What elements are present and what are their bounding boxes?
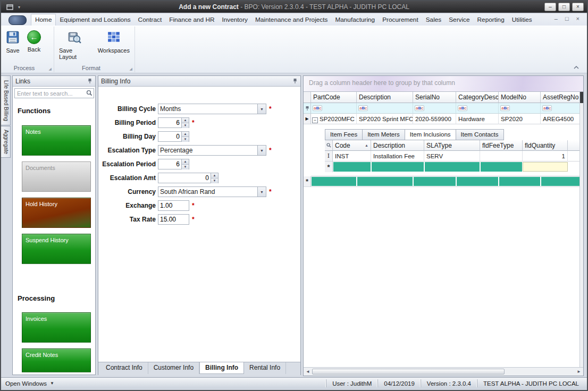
spin-up-icon[interactable]: ▲ [211, 173, 218, 178]
detail-column-fldquantity[interactable]: fldQuantity [523, 140, 568, 151]
ribbon-tab-manufacturing[interactable]: Manufacturing [331, 14, 379, 26]
detail-cell-fldquantity[interactable]: 1 [523, 151, 568, 162]
ribbon-tab-procurement[interactable]: Procurement [379, 14, 422, 26]
escalation-amt-spinner[interactable]: ▲▼ [158, 173, 219, 183]
workspaces-button[interactable]: Workspaces [95, 28, 132, 60]
detail-new-cell-code[interactable] [333, 162, 371, 172]
application-menu-button[interactable] [9, 15, 27, 25]
detail-tab-item-inclusions[interactable]: Item Inclusions [405, 129, 456, 140]
grid-data-row[interactable]: ▶ −SP2020MFC SP2020 Sprint MFC 2020-5599… [304, 114, 580, 124]
new-cell-description[interactable] [357, 177, 413, 186]
credit-notes-button[interactable]: Credit Notes [22, 348, 91, 372]
side-tab-life-based-billing[interactable]: Life Based Billing [1, 75, 11, 125]
column-header-partcode[interactable]: PartCode [311, 92, 357, 103]
tax-rate-input[interactable] [158, 214, 189, 225]
vertical-scrollbar[interactable] [579, 92, 583, 367]
invoices-button[interactable]: Invoices [22, 312, 91, 343]
back-button[interactable]: ← Back [24, 28, 44, 54]
billing-cycle-dropdown-arrow-icon[interactable]: ▼ [257, 104, 266, 114]
column-header-serialno[interactable]: SerialNo [413, 92, 456, 103]
group-by-panel[interactable]: Drag a column header here to group by th… [304, 76, 583, 92]
currency-dropdown-arrow-icon[interactable]: ▼ [257, 187, 266, 197]
open-windows-button[interactable]: Open Windows ▼ [5, 380, 54, 387]
ribbon-tab-maintenance-and-projects[interactable]: Maintenance and Projects [251, 14, 331, 26]
detail-tab-item-contacts[interactable]: Item Contacts [456, 129, 504, 140]
ribbon-tab-home[interactable]: Home [31, 14, 56, 26]
format-dialog-launcher-icon[interactable]: ◢ [130, 67, 132, 71]
column-header-modelno[interactable]: ModelNo [499, 92, 541, 103]
process-dialog-launcher-icon[interactable]: ◢ [49, 67, 52, 71]
cell-serialno[interactable]: 2020-559900 [413, 114, 456, 124]
detail-tab-item-meters[interactable]: Item Meters [362, 129, 405, 140]
filter-cell-description[interactable]: aBc [357, 103, 413, 114]
escalation-period-spinner[interactable]: ▲▼ [158, 159, 189, 169]
save-button[interactable]: Save [3, 28, 22, 54]
detail-search-icon[interactable] [325, 140, 333, 151]
tab-billing-info[interactable]: Billing Info [199, 362, 244, 374]
cell-assetregno[interactable]: AREG4500 [541, 114, 580, 124]
ribbon-tab-utilities[interactable]: Utilities [508, 14, 536, 26]
ribbon-tab-service[interactable]: Service [445, 14, 473, 26]
scroll-left-icon[interactable]: ◄ [304, 368, 312, 376]
detail-column-slatype[interactable]: SLAType [424, 140, 480, 151]
collapse-detail-icon[interactable]: − [312, 117, 318, 123]
spin-down-icon[interactable]: ▼ [182, 137, 189, 142]
escalation-amt-input[interactable] [158, 173, 211, 183]
filter-cell-assetregno[interactable]: aBc [541, 103, 580, 114]
links-pin-icon[interactable] [87, 78, 93, 84]
escalation-type-dropdown-arrow-icon[interactable]: ▼ [257, 146, 266, 155]
minimize-button[interactable]: – [544, 3, 556, 11]
spin-down-icon[interactable]: ▼ [182, 165, 189, 169]
detail-new-cell-fldquantity-focused[interactable] [523, 162, 568, 172]
exchange-input[interactable] [158, 200, 189, 211]
ribbon-tab-contract[interactable]: Contract [135, 14, 166, 26]
horizontal-scrollbar[interactable]: ◄ ► [304, 367, 583, 376]
mdi-close-icon[interactable]: × [576, 15, 579, 22]
ribbon-tab-equipment-and-locations[interactable]: Equipment and Locations [56, 14, 134, 26]
detail-cell-slatype[interactable]: SERV [424, 151, 480, 162]
new-cell-partcode[interactable] [312, 177, 356, 186]
detail-tab-item-fees[interactable]: Item Fees [325, 129, 362, 140]
new-cell-modelno[interactable] [499, 177, 540, 186]
cell-partcode[interactable]: −SP2020MFC [311, 114, 357, 124]
hold-history-button[interactable]: Hold History [22, 198, 91, 228]
detail-cell-fldfeetype[interactable] [480, 151, 523, 162]
spin-down-icon[interactable]: ▼ [182, 123, 189, 128]
cell-categorydesc[interactable]: Hardware [456, 114, 499, 124]
escalation-period-input[interactable] [158, 159, 181, 169]
filter-cell-categorydesc[interactable]: aBc [456, 103, 499, 114]
ribbon-tab-sales[interactable]: Sales [422, 14, 446, 26]
filter-cell-serialno[interactable]: aBc [413, 103, 456, 114]
currency-dropdown[interactable]: South African Rand ▼ [158, 186, 266, 197]
tab-rental-info[interactable]: Rental Info [244, 362, 286, 374]
detail-column-description[interactable]: Description [371, 140, 424, 151]
detail-new-cell-slatype[interactable] [425, 162, 480, 172]
new-cell-categorydesc[interactable] [457, 177, 498, 186]
column-header-assetregno[interactable]: AssetRegNo [541, 92, 580, 103]
new-cell-assetregno[interactable] [541, 177, 579, 186]
spin-up-icon[interactable]: ▲ [182, 118, 189, 123]
horizontal-scrollbar-thumb[interactable] [312, 369, 505, 375]
spin-up-icon[interactable]: ▲ [182, 132, 189, 137]
spin-up-icon[interactable]: ▲ [182, 159, 189, 165]
links-search-input[interactable] [14, 88, 94, 98]
tab-contract-info[interactable]: Contract Info [100, 362, 148, 374]
suspend-history-button[interactable]: Suspend History [22, 234, 91, 264]
tab-customer-info[interactable]: Customer Info [148, 362, 199, 374]
grid-new-item-row[interactable]: * [304, 176, 580, 187]
documents-button[interactable]: Documents [22, 162, 91, 192]
save-layout-button[interactable]: Save Layout [56, 28, 93, 60]
billing-pin-icon[interactable] [292, 78, 298, 84]
billing-cycle-dropdown[interactable]: Months ▼ [158, 104, 266, 114]
detail-column-fldfeetype[interactable]: fldFeeType [480, 140, 523, 151]
ribbon-tab-reporting[interactable]: Reporting [474, 14, 508, 26]
new-cell-serialno[interactable] [414, 177, 456, 186]
mdi-restore-icon[interactable]: □ [565, 15, 569, 22]
detail-cell-code[interactable]: INST [333, 151, 371, 162]
billing-period-spinner[interactable]: ▲▼ [158, 117, 189, 128]
filter-cell-modelno[interactable]: aBc [499, 103, 541, 114]
billing-day-spinner[interactable]: ▲▼ [158, 131, 189, 142]
detail-new-cell-fldfeetype[interactable] [481, 162, 522, 172]
search-icon[interactable] [86, 90, 93, 96]
close-button[interactable]: × [572, 3, 584, 11]
